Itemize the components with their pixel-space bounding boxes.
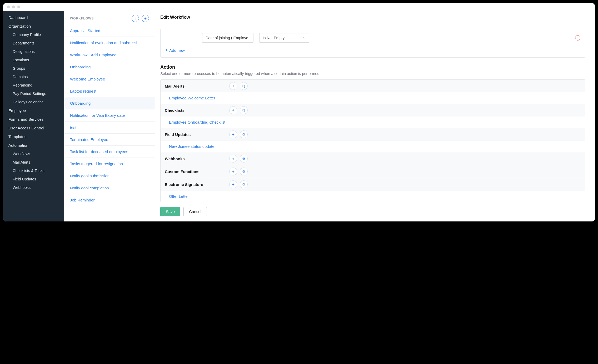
- edit-body: Date of joining ( Employe Is Not Empty +…: [155, 24, 595, 221]
- add-criteria-button[interactable]: + Add new: [165, 48, 185, 53]
- add-action-button[interactable]: [229, 180, 237, 188]
- action-group-header: Electronic Signature: [161, 178, 585, 191]
- workflow-item[interactable]: Welcome Employee: [64, 73, 155, 85]
- action-group-label: Custom Functions: [165, 169, 229, 174]
- sidebar-item[interactable]: Organization: [3, 22, 64, 31]
- add-action-button[interactable]: [229, 155, 237, 163]
- plus-icon: [232, 84, 235, 88]
- add-action-button[interactable]: [229, 106, 237, 114]
- cancel-button[interactable]: Cancel: [183, 207, 207, 216]
- link-existing-icon: [242, 170, 246, 173]
- minus-icon: [576, 37, 579, 39]
- action-group-label: Field Updates: [165, 132, 229, 137]
- window-min-dot[interactable]: [12, 6, 15, 8]
- add-action-button[interactable]: [229, 168, 237, 175]
- footer-buttons: Save Cancel: [160, 207, 585, 216]
- link-existing-icon: [242, 183, 246, 186]
- plus-icon: [232, 170, 235, 173]
- sidebar-item[interactable]: Field Updates: [3, 175, 64, 183]
- action-item[interactable]: Offer Letter: [161, 191, 585, 202]
- workflow-item[interactable]: Appraisal Started: [64, 25, 155, 37]
- link-existing-icon: [242, 84, 246, 88]
- action-title: Action: [160, 64, 585, 70]
- workflow-item[interactable]: Notify goal completion: [64, 182, 155, 194]
- action-group-label: Mail Alerts: [165, 84, 229, 88]
- link-action-button[interactable]: [240, 106, 248, 114]
- sidebar-item[interactable]: Holidays calendar: [3, 98, 64, 106]
- sidebar-item[interactable]: Dashboard: [3, 13, 64, 22]
- action-group-icons: [229, 82, 248, 90]
- workflow-item[interactable]: Onboarding: [64, 97, 155, 109]
- edit-panel: Edit Workflow Date of joining ( Employe …: [155, 11, 595, 221]
- sidebar-item[interactable]: Forms and Services: [3, 115, 64, 124]
- action-group-icons: [229, 106, 248, 114]
- plus-icon: [232, 183, 235, 186]
- add-workflow-button[interactable]: [142, 15, 149, 22]
- sidebar-item[interactable]: Company Profile: [3, 31, 64, 39]
- sidebar-item[interactable]: User Access Control: [3, 124, 64, 132]
- workflow-item[interactable]: test: [64, 122, 155, 134]
- action-group-icons: [229, 155, 248, 163]
- sidebar-item[interactable]: Locations: [3, 56, 64, 64]
- window-max-dot[interactable]: [17, 6, 20, 8]
- sidebar-item[interactable]: Pay Period Settings: [3, 89, 64, 98]
- workflow-item[interactable]: Job Reminder: [64, 194, 155, 206]
- edit-title: Edit Workflow: [160, 15, 590, 20]
- sidebar-item[interactable]: Groups: [3, 64, 64, 73]
- criteria-box: Date of joining ( Employe Is Not Empty +…: [160, 29, 585, 58]
- sidebar-item[interactable]: Designations: [3, 47, 64, 56]
- workflows-panel: WORKFLOWS Appraisal StartedNotification …: [64, 11, 155, 221]
- action-item[interactable]: New Joinee status update: [161, 141, 585, 152]
- link-action-button[interactable]: [240, 130, 248, 138]
- link-existing-icon: [242, 133, 246, 136]
- action-item[interactable]: Employee Onboarding Checklist: [161, 117, 585, 128]
- workflow-item[interactable]: WorkFlow - Add Employee: [64, 49, 155, 61]
- workflow-item[interactable]: Notification of evaluation and submissi…: [64, 37, 155, 49]
- remove-criteria-button[interactable]: [575, 35, 580, 41]
- workflow-item[interactable]: Laptop request: [64, 85, 155, 97]
- back-button[interactable]: [132, 15, 139, 22]
- sidebar-item[interactable]: Automation: [3, 141, 64, 150]
- sidebar-item[interactable]: Webhooks: [3, 183, 64, 192]
- workflow-item[interactable]: Onboarding: [64, 61, 155, 73]
- plus-icon: [144, 17, 147, 20]
- chevron-down-icon: [303, 36, 306, 39]
- window-close-dot[interactable]: [7, 6, 10, 8]
- add-action-button[interactable]: [229, 82, 237, 90]
- action-group-header: Custom Functions: [161, 165, 585, 178]
- sidebar-item[interactable]: Workflows: [3, 150, 64, 158]
- sidebar-item[interactable]: Domains: [3, 73, 64, 81]
- svg-rect-14: [243, 158, 245, 159]
- workflow-item[interactable]: Terminated Employee: [64, 134, 155, 146]
- action-item[interactable]: Employee Welcome Letter: [161, 92, 585, 104]
- link-action-button[interactable]: [240, 82, 248, 90]
- sidebar-item[interactable]: Departments: [3, 39, 64, 47]
- criteria-row: Date of joining ( Employe Is Not Empty: [165, 33, 580, 43]
- sidebar-item[interactable]: Rebranding: [3, 81, 64, 89]
- criteria-operator-select[interactable]: Is Not Empty: [259, 33, 309, 43]
- sidebar-item[interactable]: Templates: [3, 132, 64, 141]
- plus-icon: [232, 109, 235, 112]
- workflow-item[interactable]: Task list for deceased employees: [64, 146, 155, 158]
- workflow-item[interactable]: Tasks triggered for resignation: [64, 158, 155, 170]
- criteria-field-select[interactable]: Date of joining ( Employe: [202, 33, 253, 43]
- sidebar-item[interactable]: Checklists & Tasks: [3, 166, 64, 175]
- action-group-header: Webhooks: [161, 152, 585, 165]
- sidebar-item[interactable]: Employee: [3, 106, 64, 115]
- action-group-label: Checklists: [165, 108, 229, 113]
- link-action-button[interactable]: [240, 155, 248, 163]
- workflow-item[interactable]: Notification for Visa Expiry date: [64, 109, 155, 122]
- save-button[interactable]: Save: [160, 207, 180, 216]
- link-action-button[interactable]: [240, 180, 248, 188]
- action-group-icons: [229, 168, 248, 175]
- add-action-button[interactable]: [229, 130, 237, 138]
- criteria-operator-value: Is Not Empty: [263, 36, 285, 40]
- link-action-button[interactable]: [240, 168, 248, 175]
- sidebar: DashboardOrganizationCompany ProfileDepa…: [3, 11, 64, 221]
- workflows-header-icons: [132, 15, 149, 22]
- workflow-item[interactable]: Notify goal submission: [64, 170, 155, 182]
- action-group-label: Electronic Signature: [165, 182, 229, 187]
- sidebar-item[interactable]: Mail Alerts: [3, 158, 64, 166]
- workflows-list: Appraisal StartedNotification of evaluat…: [64, 25, 155, 221]
- plus-icon: +: [165, 48, 168, 53]
